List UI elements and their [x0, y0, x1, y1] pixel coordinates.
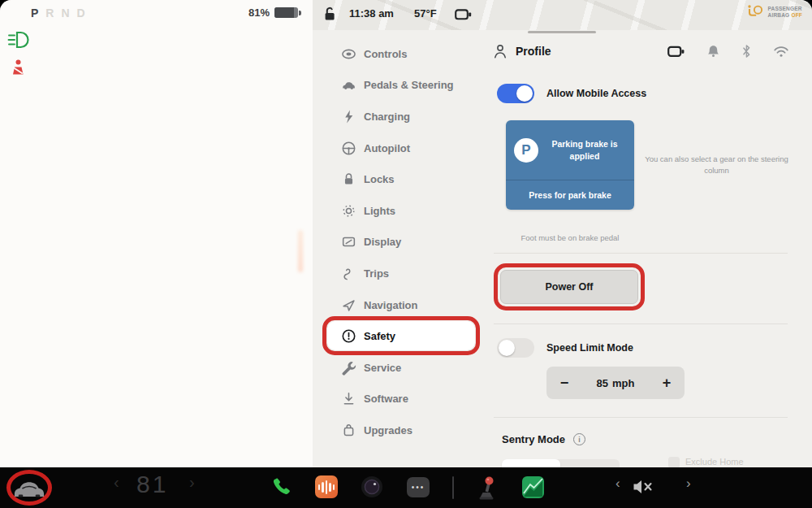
park-icon: P — [514, 138, 538, 163]
power-off-button[interactable]: Power Off — [500, 270, 638, 304]
sidebar-item-upgrades[interactable]: Upgrades — [321, 415, 487, 446]
park-brake-button[interactable]: Press for park brake — [506, 180, 634, 209]
sidebar-item-software[interactable]: Software — [321, 384, 487, 415]
sidebar-item-label: Locks — [364, 173, 395, 185]
gear-option-n: N — [61, 7, 69, 20]
settings-panel: 11:38 am 57°F PASSENGER A — [313, 0, 812, 508]
sidebar-item-label: Controls — [364, 48, 407, 60]
sidebar-item-label: Charging — [364, 111, 410, 123]
speed-limit-value: 85mph — [582, 377, 649, 389]
parking-brake-status: P Parking brake is applied — [506, 120, 634, 180]
allow-mobile-access-toggle[interactable] — [497, 84, 534, 103]
camera-lens-icon[interactable] — [361, 475, 383, 498]
exclude-home-checkbox[interactable] — [668, 457, 680, 468]
brake-pedal-note: Foot must be on brake pedal — [506, 233, 634, 242]
sidebar-item-controls[interactable]: Controls — [321, 38, 487, 70]
airbag-label: PASSENGER AIRBAG OFF — [768, 6, 802, 20]
sidebar-item-label: Display — [364, 236, 401, 248]
lightning-icon — [341, 109, 356, 124]
more-apps-icon[interactable]: ••• — [407, 477, 430, 497]
sidebar-item-label: Navigation — [364, 299, 417, 311]
sidebar-item-label: Pedals & Steering — [364, 79, 454, 91]
seatbelt-warning-icon — [8, 59, 28, 81]
shopping-bag-icon — [341, 423, 356, 438]
controls-icon — [341, 46, 356, 62]
info-icon[interactable]: i — [573, 433, 585, 445]
car-settings-icon[interactable] — [13, 478, 45, 498]
tesla-touchscreen: PRND 81% — [0, 0, 812, 508]
sidebar-item-autopilot[interactable]: Autopilot — [321, 132, 487, 164]
gear-option-p: P — [31, 7, 38, 20]
speed-limit-mode-toggle[interactable] — [497, 338, 534, 358]
sidebar-item-label: Safety — [364, 330, 395, 342]
bell-icon[interactable] — [706, 45, 720, 59]
padlock-icon — [341, 172, 356, 187]
download-icon — [341, 391, 356, 406]
settings-sheet: Controls Pedals & Steering Charging — [313, 30, 812, 508]
volume-muted-icon[interactable] — [633, 479, 654, 495]
sidebar-item-display[interactable]: Display — [321, 227, 487, 258]
cabin-temperature[interactable]: 81 — [136, 471, 168, 498]
edge-reflection — [298, 230, 303, 272]
parking-brake-card: P Parking brake is applied Press for par… — [506, 120, 634, 210]
battery-status: 81% — [248, 7, 301, 19]
drag-handle[interactable] — [528, 31, 596, 33]
status-bar: 11:38 am 57°F PASSENGER A — [313, 0, 812, 30]
media-prev-chevron[interactable]: ‹ — [615, 476, 620, 490]
gear-note: You can also select a gear on the steeri… — [637, 154, 796, 177]
media-next-chevron[interactable]: › — [686, 476, 691, 490]
arcade-joystick-icon[interactable] — [476, 475, 497, 500]
sidebar-item-safety[interactable]: Safety — [321, 320, 487, 352]
sidebar-item-pedals-steering[interactable]: Pedals & Steering — [321, 70, 487, 102]
sidebar-item-charging[interactable]: Charging — [321, 101, 487, 132]
wifi-icon[interactable] — [773, 45, 789, 58]
gear-option-d: D — [77, 7, 85, 20]
bluetooth-icon[interactable] — [741, 44, 752, 59]
profile-header: Profile — [494, 40, 789, 63]
battery-percent: 81% — [248, 7, 270, 19]
dashcam-icon[interactable] — [455, 9, 473, 20]
wrench-icon — [341, 360, 356, 376]
settings-sidebar: Controls Pedals & Steering Charging — [321, 38, 487, 446]
profile-person-icon[interactable] — [494, 44, 507, 59]
sidebar-item-label: Autopilot — [364, 142, 410, 154]
light-bulb-icon — [341, 203, 356, 219]
outside-temperature[interactable]: 57°F — [414, 7, 437, 20]
power-off-highlight-annotation: Power Off — [494, 263, 645, 310]
sidebar-item-label: Upgrades — [364, 424, 412, 436]
speed-limit-mode-label: Speed Limit Mode — [546, 338, 633, 358]
temp-decrease-chevron[interactable]: ‹ — [114, 474, 119, 490]
sidebar-item-lights[interactable]: Lights — [321, 195, 487, 227]
speed-limit-stepper: − 85mph + — [546, 367, 685, 399]
page-title: Profile — [516, 45, 551, 58]
launcher-bar: ‹ 81 › ••• — [0, 467, 812, 508]
decrease-speed-button[interactable]: − — [546, 367, 582, 399]
sidebar-item-locks[interactable]: Locks — [321, 163, 487, 195]
alert-circle-icon — [341, 328, 356, 344]
battery-icon — [274, 7, 298, 18]
camera-icon[interactable] — [667, 46, 685, 58]
unlocked-icon[interactable] — [323, 7, 336, 22]
sidebar-item-trips[interactable]: Trips — [321, 258, 487, 289]
sidebar-item-navigation[interactable]: Navigation — [321, 289, 487, 321]
phone-icon[interactable] — [270, 476, 292, 497]
divider — [494, 323, 788, 324]
increase-speed-button[interactable]: + — [649, 367, 685, 399]
gear-option-r: R — [45, 7, 54, 20]
exclude-home-label: Exclude Home — [685, 457, 744, 467]
charting-app-icon[interactable] — [522, 476, 544, 498]
airbag-off-state: OFF — [791, 12, 802, 18]
media-app-icon[interactable] — [315, 475, 338, 498]
steering-wheel-icon — [341, 141, 356, 156]
route-icon — [341, 266, 356, 281]
divider — [494, 417, 788, 418]
temp-increase-chevron[interactable]: › — [189, 474, 195, 490]
sentry-mode-label: Sentry Mode — [502, 433, 565, 445]
sidebar-item-label: Service — [364, 362, 401, 374]
clock: 11:38 am — [349, 7, 394, 20]
headlights-indicator-icon — [6, 29, 31, 50]
airbag-icon — [746, 4, 764, 20]
sidebar-item-service[interactable]: Service — [321, 352, 487, 384]
divider — [494, 253, 788, 254]
car-icon — [341, 77, 356, 93]
